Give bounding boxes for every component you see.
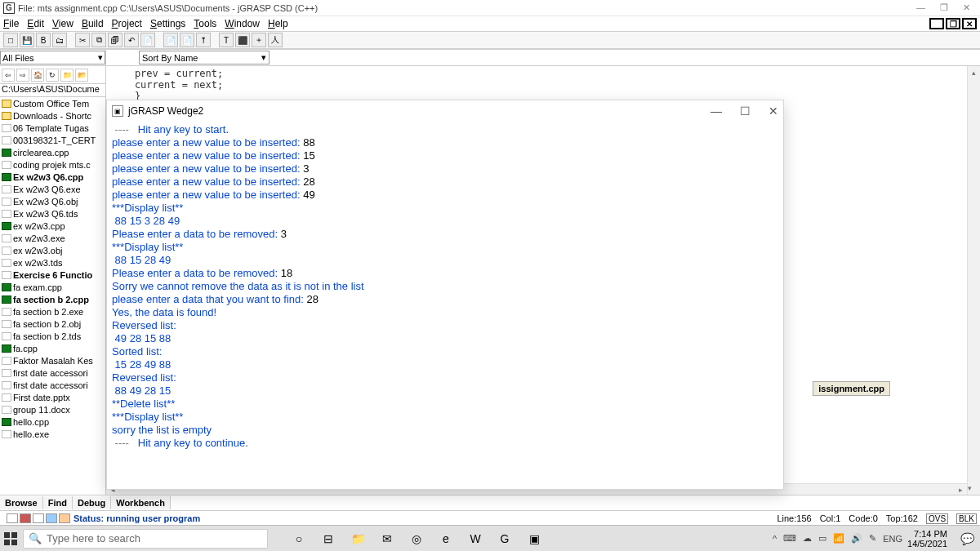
mdi-close[interactable]: ✕ [962,18,977,29]
toolbar-button-2[interactable]: B [36,33,51,47]
wedge-maximize[interactable]: ☐ [740,104,751,118]
tray-icon-7[interactable]: ENG [883,534,902,544]
toolbar-button-7[interactable]: ↶ [124,33,139,47]
tree-item[interactable]: hello.cpp [0,415,105,428]
browse-nav-5[interactable]: 📂 [75,69,88,82]
menu-window[interactable]: Window [225,18,260,29]
toolbar-button-8[interactable]: 📄 [140,33,155,47]
file-tree[interactable]: Custom Office TemDownloads - Shortc06 Te… [0,97,105,495]
tree-item[interactable]: 06 Template Tugas [0,122,105,134]
toolbar-button-15[interactable]: 人 [268,33,283,47]
tray-icon-2[interactable]: ☁ [803,533,812,544]
taskbar-app-4[interactable]: ◎ [407,529,426,549]
taskbar-app-2[interactable]: 📁 [348,529,368,549]
current-path[interactable]: C:\Users\ASUS\Docume [0,84,105,97]
taskbar-clock[interactable]: 7:14 PM 14/5/2021 [907,529,952,549]
tree-item[interactable]: Ex w2w3 Q6.obj [0,195,105,207]
tree-item[interactable]: Custom Office Tem [0,97,105,109]
tab-find[interactable]: Find [43,496,73,509]
browse-nav-0[interactable]: ⇦ [2,69,15,82]
tray-icon-6[interactable]: ✎ [869,533,876,544]
toolbar-button-9[interactable]: 📄 [163,33,178,47]
tree-item[interactable]: first date accessori [0,367,105,379]
taskbar-app-0[interactable]: ○ [289,529,309,549]
tree-item[interactable]: first date accessori [0,379,105,391]
taskbar-app-3[interactable]: ✉ [377,529,397,549]
toolbar-button-4[interactable]: ✂ [75,33,90,47]
toolbar-button-14[interactable]: ＋ [252,33,266,47]
menu-project[interactable]: Project [112,18,142,29]
mdi-minimize[interactable]: _ [929,18,944,29]
tree-item[interactable]: circlearea.cpp [0,146,105,158]
menu-settings[interactable]: Settings [150,18,185,29]
toolbar-button-13[interactable]: ⬛ [235,33,250,47]
taskbar-app-6[interactable]: W [466,529,485,549]
sort-combo[interactable]: Sort By Name▾ [139,51,270,64]
tree-item[interactable]: First date.pptx [0,391,105,403]
tray-icon-0[interactable]: ^ [773,534,777,544]
tab-browse[interactable]: Browse [0,496,43,509]
taskbar-app-7[interactable]: G [495,529,514,549]
wedge-output[interactable]: ---- Hit any key to start.please enter a… [107,122,783,489]
system-tray[interactable]: ^⌨☁▭📶🔊✎ENG [773,533,902,544]
editor-vscroll[interactable]: ▴▾ [967,66,980,495]
taskbar-app-5[interactable]: e [436,529,456,549]
browse-nav-2[interactable]: 🏠 [31,69,44,82]
toolbar-button-0[interactable]: □ [3,33,18,47]
menu-edit[interactable]: Edit [27,18,44,29]
tab-workbench[interactable]: Workbench [111,496,171,509]
browse-nav-3[interactable]: ↻ [46,69,59,82]
tree-item[interactable]: fa section b 2.obj [0,318,105,330]
toolbar-button-12[interactable]: T [219,33,234,47]
tree-item[interactable]: ex w2w3.exe [0,232,105,244]
toolbar-button-6[interactable]: 🗐 [108,33,122,47]
tree-item[interactable]: Ex w2w3 Q6.cpp [0,171,105,183]
toolbar-button-10[interactable]: 📄 [180,33,194,47]
start-button[interactable] [3,531,18,546]
menu-view[interactable]: View [52,18,74,29]
tree-item[interactable]: Ex w2w3 Q6.tds [0,207,105,220]
taskbar-app-8[interactable]: ▣ [524,529,544,549]
tree-item[interactable]: Ex w2w3 Q6.exe [0,183,105,195]
tray-icon-5[interactable]: 🔊 [851,533,862,544]
toolbar-button-11[interactable]: ⤒ [196,33,211,47]
tree-item[interactable]: fa section b 2.cpp [0,293,105,305]
wedge-titlebar[interactable]: ▣ jGRASP Wedge2 — ☐ ✕ [107,100,783,122]
tree-item[interactable]: ex w2w3.obj [0,244,105,256]
tray-icon-4[interactable]: 📶 [833,533,844,544]
tree-item[interactable]: group 11.docx [0,403,105,415]
file-tab[interactable]: issignment.cpp [813,381,890,396]
browse-nav-4[interactable]: 📁 [60,69,74,82]
browse-nav-1[interactable]: ⇨ [16,69,29,82]
tree-item[interactable]: Exercise 6 Functio [0,269,105,281]
toolbar-button-5[interactable]: ⧉ [91,33,106,47]
tree-item[interactable]: fa section b 2.tds [0,330,105,342]
tray-icon-1[interactable]: ⌨ [783,533,796,544]
tree-item[interactable]: hello.exe [0,428,105,440]
minimize-button[interactable]: — [916,2,925,13]
menu-build[interactable]: Build [82,18,104,29]
mdi-restore[interactable]: ❐ [946,18,960,29]
tree-item[interactable]: coding projek mts.c [0,158,105,171]
toolbar-button-1[interactable]: 💾 [20,33,34,47]
taskbar-app-1[interactable]: ⊟ [318,529,338,549]
code-editor[interactable]: prev = current; current = next; } [106,66,980,104]
menu-help[interactable]: Help [268,18,288,29]
close-button[interactable]: ✕ [963,2,970,13]
tree-item[interactable]: fa.cpp [0,342,105,354]
tree-item[interactable]: fa exam.cpp [0,281,105,293]
tree-item[interactable]: 003198321-T_CERT [0,134,105,146]
tree-item[interactable]: Downloads - Shortc [0,109,105,122]
tree-item[interactable]: Faktor Masalah Kes [0,354,105,367]
wedge-close[interactable]: ✕ [768,104,778,118]
wedge-window[interactable]: ▣ jGRASP Wedge2 — ☐ ✕ ---- Hit any key t… [106,100,784,490]
taskbar-search[interactable]: 🔍 Type here to search [23,529,268,549]
files-filter-combo[interactable]: All Files▾ [0,51,105,64]
tree-item[interactable]: ex w2w3.tds [0,256,105,269]
tray-icon-3[interactable]: ▭ [818,533,826,544]
tree-item[interactable]: ex w2w3.cpp [0,220,105,232]
toolbar-button-3[interactable]: 🗂 [52,33,67,47]
maximize-button[interactable]: ❐ [940,2,948,13]
menu-file[interactable]: FFileile [3,18,19,29]
wedge-minimize[interactable]: — [710,104,722,118]
